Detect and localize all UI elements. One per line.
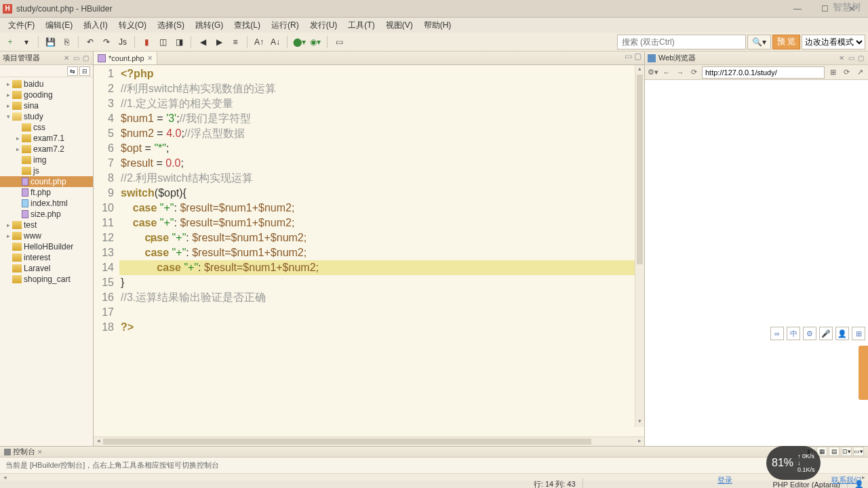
tree-node[interactable]: interest: [0, 252, 93, 263]
run-button[interactable]: ⬤▾: [292, 35, 307, 49]
back-button[interactable]: ←: [661, 67, 672, 78]
minimize-button[interactable]: —: [784, 1, 811, 17]
code-editor[interactable]: 123456789101112131415161718 <?php //利用sw…: [94, 65, 644, 436]
console-tab[interactable]: 控制台 ✕: [0, 447, 47, 457]
code-content[interactable]: <?php //利用switch结构实现数值的运算 //1.定义运算的相关变量 …: [119, 65, 644, 436]
tree-node[interactable]: Laravel: [0, 263, 93, 274]
quick-access-button[interactable]: 中: [787, 327, 800, 340]
quick-access-button[interactable]: 🎤: [819, 327, 833, 340]
search-go-button[interactable]: 🔍▾: [747, 35, 771, 49]
search-box: 🔍▾ 预 览 边改边看模式: [617, 35, 865, 49]
maximize-panel-icon[interactable]: ▢: [81, 54, 90, 63]
menu-item[interactable]: 编辑(E): [40, 18, 78, 33]
search-input[interactable]: [617, 35, 746, 49]
title-bar: H study/count.php - HBuilder 智慧树 — ☐ ✕: [0, 0, 868, 18]
close-browser-icon[interactable]: ✕: [837, 54, 846, 63]
main-toolbar: ＋ ▾ 💾 ⎘ ↶ ↷ Js ▮ ◫ ◨ ◀ ▶ ≡ A↑ A↓ ⬤▾ ◉▾ ▭…: [0, 33, 868, 52]
menu-item[interactable]: 插入(I): [78, 18, 113, 33]
tree-node[interactable]: ▸sina: [0, 100, 93, 111]
quick-access-button[interactable]: 👤: [835, 327, 849, 340]
menu-item[interactable]: 跳转(G): [190, 18, 229, 33]
console-scrollbar[interactable]: ◂▸: [0, 473, 868, 481]
redo-button[interactable]: ↷: [99, 35, 114, 49]
tree-node[interactable]: HelloHBuilder: [0, 241, 93, 252]
login-link[interactable]: 登录: [717, 475, 732, 485]
tree-node[interactable]: ▸exam7.1: [0, 133, 93, 144]
format-button[interactable]: Js: [115, 35, 130, 49]
side-handle[interactable]: [859, 346, 868, 400]
tree-node[interactable]: index.html: [0, 198, 93, 209]
bookmark-button[interactable]: ▮: [139, 35, 154, 49]
collapse-all-button[interactable]: ⊟: [79, 66, 90, 76]
reload-icon[interactable]: ⟳: [841, 67, 852, 78]
outdent-button[interactable]: ◀: [195, 35, 210, 49]
vertical-scrollbar[interactable]: ▴ ▾: [635, 65, 644, 427]
url-input[interactable]: [702, 66, 825, 79]
tree-node[interactable]: ▸test: [0, 220, 93, 230]
close-tab-icon[interactable]: ✕: [147, 54, 153, 62]
preview-button[interactable]: 预 览: [772, 35, 800, 49]
menu-item[interactable]: 查找(L): [229, 18, 266, 33]
menu-item[interactable]: 运行(R): [266, 18, 304, 33]
project-tree[interactable]: ▸baidu▸gooding▸sina▾studycss▸exam7.1▸exa…: [0, 77, 93, 446]
menu-item[interactable]: 帮助(H): [418, 18, 457, 33]
undo-button[interactable]: ↶: [83, 35, 98, 49]
scrollbar-thumb[interactable]: [637, 75, 643, 264]
view-mode-select[interactable]: 边改边看模式: [802, 35, 865, 49]
cpu-overlay[interactable]: 81% ↑ 0K/s ↓ 0.1K/s: [766, 446, 821, 480]
menu-item[interactable]: 视图(V): [380, 18, 418, 33]
open-external-icon[interactable]: ↗: [854, 67, 865, 78]
gear-icon[interactable]: ⚙▾: [648, 67, 658, 78]
tree-node[interactable]: css: [0, 122, 93, 133]
tree-node[interactable]: ▸exam7.2: [0, 144, 93, 155]
close-console-icon[interactable]: ✕: [37, 449, 43, 455]
tree-node[interactable]: size.php: [0, 209, 93, 220]
tree-node[interactable]: ▸baidu: [0, 79, 93, 89]
indent-button[interactable]: ▶: [212, 35, 226, 49]
max-browser-icon[interactable]: ▢: [856, 54, 865, 63]
minimize-panel-icon[interactable]: ▭: [71, 54, 81, 63]
quick-access-button[interactable]: ∞: [770, 327, 784, 340]
font-decrease-button[interactable]: A↓: [268, 35, 283, 49]
tree-node[interactable]: shoping_cart: [0, 274, 93, 285]
refresh-button[interactable]: ⟳: [688, 67, 699, 78]
forward-button[interactable]: →: [675, 67, 686, 78]
tree-node[interactable]: ▸gooding: [0, 89, 93, 100]
tree-node[interactable]: img: [0, 155, 93, 165]
new-button[interactable]: ＋: [3, 35, 18, 49]
quick-access-button[interactable]: ⊞: [852, 327, 865, 340]
horizontal-scrollbar[interactable]: ◂ ▸: [94, 436, 644, 446]
menu-item[interactable]: 文件(F): [3, 18, 40, 33]
tree-node[interactable]: ▾study: [0, 111, 93, 122]
device-button[interactable]: ▭: [332, 35, 347, 49]
wrap-button[interactable]: ≡: [228, 35, 243, 49]
min-browser-icon[interactable]: ▭: [846, 54, 856, 63]
comment-button[interactable]: ◫: [155, 35, 170, 49]
console-tool-4[interactable]: ⊡▾: [841, 447, 852, 456]
tree-node[interactable]: js: [0, 165, 93, 176]
tab-overflow-icon[interactable]: ▭ ▢: [622, 52, 644, 64]
menu-item[interactable]: 发行(U): [304, 18, 343, 33]
bookmark-icon[interactable]: ⊞: [827, 67, 838, 78]
tab-count-php[interactable]: *count.php ✕: [94, 52, 157, 64]
quick-access-button[interactable]: ⚙: [803, 327, 816, 340]
dropdown-new-button[interactable]: ▾: [19, 35, 34, 49]
uncomment-button[interactable]: ◨: [172, 35, 186, 49]
debug-button[interactable]: ◉▾: [308, 35, 323, 49]
save-button[interactable]: 💾: [43, 35, 58, 49]
console-tool-3[interactable]: ▤: [829, 447, 840, 456]
menu-item[interactable]: 转义(O): [113, 18, 152, 33]
contact-link[interactable]: 联系我们: [831, 475, 861, 485]
tree-node[interactable]: ft.php: [0, 187, 93, 198]
link-editor-button[interactable]: ⇆: [67, 66, 78, 76]
editor-tabs: *count.php ✕ ▭ ▢: [94, 52, 644, 65]
save-all-button[interactable]: ⎘: [59, 35, 74, 49]
close-panel-icon[interactable]: ✕: [62, 54, 71, 63]
font-increase-button[interactable]: A↑: [252, 35, 267, 49]
menu-item[interactable]: 选择(S): [152, 18, 190, 33]
tree-node[interactable]: count.php: [0, 176, 93, 187]
tree-node[interactable]: ▸www: [0, 230, 93, 241]
h-scrollbar-thumb[interactable]: [103, 439, 591, 445]
console-tool-5[interactable]: ▭▾: [853, 447, 864, 456]
menu-item[interactable]: 工具(T): [342, 18, 380, 33]
